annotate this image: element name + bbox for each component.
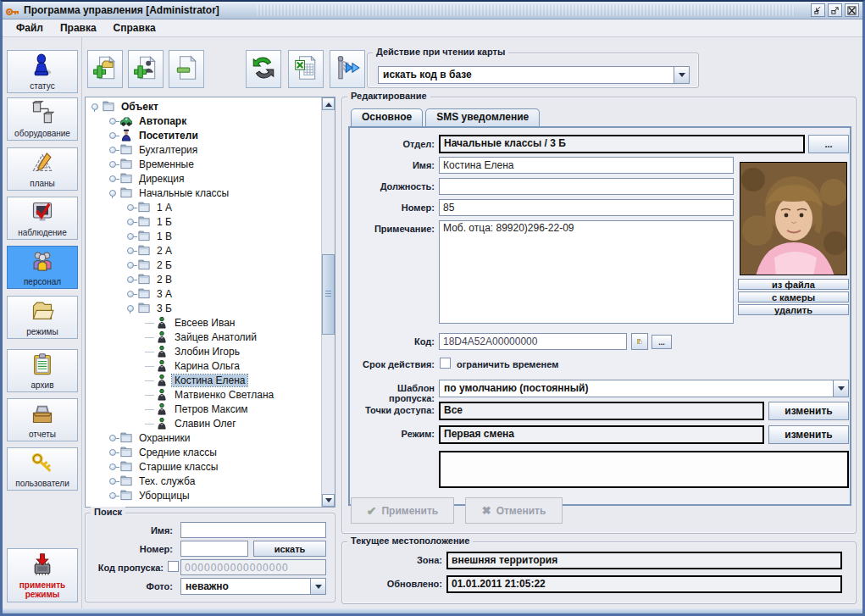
tree-item[interactable]: Матвиенко Светлана (87, 387, 320, 402)
chevron-down-icon[interactable] (674, 67, 689, 83)
tree-leaf-handle[interactable] (144, 346, 155, 357)
tree-leaf-handle[interactable] (144, 403, 155, 414)
tree-item[interactable]: Охранники (87, 430, 320, 445)
tree-item[interactable]: Злобин Игорь (87, 344, 320, 358)
tree-collapsed-handle[interactable] (108, 432, 119, 443)
sidebar-item-2[interactable]: оборудование (7, 97, 78, 141)
tree-expanded-handle[interactable] (126, 302, 137, 314)
apply-modes-button[interactable]: применить режимы (7, 548, 78, 602)
chevron-down-icon[interactable] (833, 380, 848, 397)
close-button[interactable] (845, 3, 859, 17)
sidebar-item-8[interactable]: отчеты (7, 398, 78, 441)
menu-file[interactable]: Файл (9, 20, 50, 36)
photo-from-camera-button[interactable]: с камеры (738, 291, 849, 302)
tree-collapsed-handle[interactable] (126, 274, 137, 285)
search-button[interactable]: искать (253, 541, 326, 557)
tree-item[interactable]: 1 В (87, 229, 320, 243)
tree-collapsed-handle[interactable] (126, 230, 137, 241)
tree-item[interactable]: Дирекция (87, 171, 320, 186)
maximize-button[interactable] (828, 3, 842, 17)
tree-item[interactable]: 2 А (87, 243, 320, 258)
tree-item[interactable]: Славин Олег (87, 416, 320, 430)
search-code-input[interactable] (180, 559, 326, 575)
sidebar-item-1[interactable]: статус (7, 50, 78, 93)
tree-collapsed-handle[interactable] (108, 490, 119, 501)
tab-sms[interactable]: SMS уведомление (425, 108, 540, 127)
add-group-button[interactable] (87, 50, 123, 88)
limit-time-checkbox-label[interactable]: ограничить временем (457, 359, 626, 369)
tree-item[interactable]: Зайцев Анатолий (87, 330, 320, 344)
remove-button[interactable] (169, 50, 204, 88)
tree-leaf-handle[interactable] (144, 375, 155, 386)
tree-leaf-handle[interactable] (144, 389, 155, 400)
sidebar-item-4[interactable]: наблюдение (7, 197, 78, 240)
sidebar-item-9[interactable]: пользователи (7, 447, 78, 491)
scroll-thumb[interactable] (322, 254, 335, 335)
search-photo-select[interactable]: неважно (180, 578, 326, 595)
tree-item[interactable]: Тех. служба (87, 474, 320, 488)
tree-item[interactable]: Средние классы (87, 445, 320, 459)
tree-item[interactable]: Евсеев Иван (87, 315, 320, 330)
tree-collapsed-handle[interactable] (108, 130, 119, 141)
menu-edit[interactable]: Правка (53, 20, 103, 36)
scroll-up-button[interactable] (322, 97, 335, 110)
pass-template-select[interactable]: по умолчанию (постоянный) (439, 380, 849, 397)
scroll-down-button[interactable] (322, 494, 335, 507)
tree-expanded-handle[interactable] (91, 101, 102, 112)
access-points-change-button[interactable]: изменить (768, 402, 849, 420)
tree-collapsed-handle[interactable] (126, 216, 137, 227)
tree-collapsed-handle[interactable] (126, 245, 137, 256)
tree-collapsed-handle[interactable] (108, 475, 119, 486)
tree-leaf-handle[interactable] (144, 418, 155, 429)
name-input[interactable] (439, 157, 734, 174)
tree-item[interactable]: 3 Б (87, 301, 320, 315)
tree-item[interactable]: Уборщицы (87, 488, 320, 502)
menu-help[interactable]: Справка (107, 20, 163, 36)
tree-item[interactable]: 2 В (87, 272, 320, 286)
tree-item[interactable]: Временные (87, 157, 320, 171)
paste-code-button[interactable] (631, 333, 648, 350)
iconify-button[interactable] (811, 3, 825, 17)
tree-item[interactable]: 2 Б (87, 258, 320, 272)
apply-button[interactable]: ✔ Применить (351, 497, 454, 524)
tree-item[interactable]: 1 Б (87, 214, 320, 229)
tree-collapsed-handle[interactable] (126, 259, 137, 270)
add-person-button[interactable] (128, 50, 164, 88)
tree-item[interactable]: Автопарк (87, 114, 320, 128)
tree-item[interactable]: Костина Елена (87, 373, 320, 387)
tree-scrollbar[interactable] (321, 97, 335, 507)
card-read-button[interactable] (330, 50, 365, 88)
tree-item[interactable]: 3 А (87, 286, 320, 301)
limit-time-checkbox[interactable] (440, 358, 451, 369)
mode-change-button[interactable]: изменить (768, 425, 849, 444)
tree-collapsed-handle[interactable] (108, 158, 119, 169)
titlebar[interactable]: Программа управления [Administrator] (3, 2, 862, 19)
sidebar-item-7[interactable]: архив (7, 349, 78, 392)
tree-collapsed-handle[interactable] (108, 144, 119, 155)
tree-item[interactable]: 1 А (87, 200, 320, 214)
tree-collapsed-handle[interactable] (108, 461, 119, 472)
refresh-button[interactable] (246, 50, 281, 88)
number-input[interactable] (439, 199, 734, 216)
tree-item[interactable]: Петров Максим (87, 402, 320, 416)
search-number-input[interactable] (180, 541, 248, 557)
card-action-select[interactable]: искать код в базе (378, 66, 690, 84)
tree-collapsed-handle[interactable] (108, 447, 119, 458)
tree-collapsed-handle[interactable] (108, 115, 119, 126)
tree-leaf-handle[interactable] (144, 331, 155, 342)
search-code-checkbox[interactable] (168, 561, 179, 572)
tree-item[interactable]: Бухгалтерия (87, 142, 320, 157)
tree-expanded-handle[interactable] (108, 187, 119, 198)
tree-item[interactable]: Начальные классы (87, 186, 320, 200)
tree-collapsed-handle[interactable] (126, 288, 137, 299)
chevron-down-icon[interactable] (310, 579, 325, 594)
sidebar-item-3[interactable]: планы (7, 147, 78, 191)
tree-collapsed-handle[interactable] (126, 202, 137, 213)
position-input[interactable] (439, 178, 734, 195)
department-more-button[interactable]: ... (808, 135, 849, 153)
tree-item[interactable]: Старшие классы (87, 459, 320, 474)
sidebar-item-6[interactable]: режимы (7, 296, 78, 339)
sidebar-item-5[interactable]: персонал (7, 246, 78, 289)
code-dots-button[interactable]: ... (652, 335, 672, 349)
tab-main[interactable]: Основное (351, 108, 423, 127)
